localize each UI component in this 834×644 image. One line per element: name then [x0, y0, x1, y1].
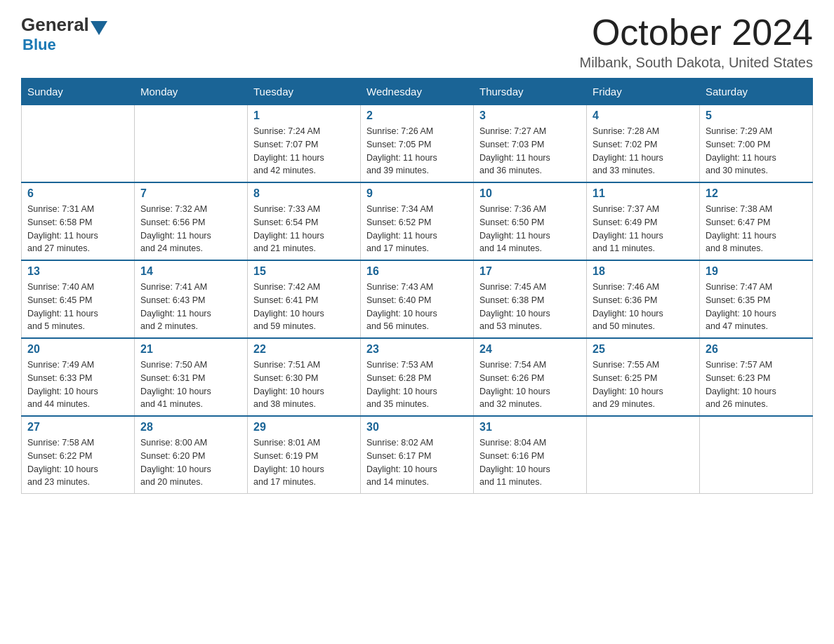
table-row: 5Sunrise: 7:29 AMSunset: 7:00 PMDaylight…	[700, 105, 813, 183]
day-info: Sunrise: 7:27 AMSunset: 7:03 PMDaylight:…	[479, 125, 581, 177]
day-info: Sunrise: 7:49 AMSunset: 6:33 PMDaylight:…	[27, 358, 128, 411]
day-info: Sunrise: 7:58 AMSunset: 6:22 PMDaylight:…	[27, 436, 128, 489]
header-wednesday: Wednesday	[361, 79, 474, 105]
day-info: Sunrise: 8:04 AMSunset: 6:16 PMDaylight:…	[479, 436, 581, 489]
day-number: 5	[706, 109, 807, 122]
day-number: 14	[140, 265, 241, 278]
table-row	[135, 105, 248, 183]
table-row: 11Sunrise: 7:37 AMSunset: 6:49 PMDayligh…	[587, 182, 700, 260]
table-row: 13Sunrise: 7:40 AMSunset: 6:45 PMDayligh…	[22, 260, 135, 338]
day-number: 31	[479, 421, 581, 434]
calendar-week-row: 20Sunrise: 7:49 AMSunset: 6:33 PMDayligh…	[22, 338, 813, 416]
day-info: Sunrise: 7:54 AMSunset: 6:26 PMDaylight:…	[479, 358, 581, 411]
day-number: 4	[593, 109, 694, 122]
day-number: 8	[253, 187, 355, 200]
day-number: 19	[706, 265, 807, 278]
day-info: Sunrise: 7:51 AMSunset: 6:30 PMDaylight:…	[253, 358, 355, 411]
day-info: Sunrise: 7:26 AMSunset: 7:05 PMDaylight:…	[366, 125, 468, 177]
day-number: 28	[140, 421, 241, 434]
table-row	[587, 416, 700, 494]
day-number: 7	[140, 187, 241, 200]
day-number: 13	[27, 265, 128, 278]
table-row: 15Sunrise: 7:42 AMSunset: 6:41 PMDayligh…	[248, 260, 361, 338]
table-row: 21Sunrise: 7:50 AMSunset: 6:31 PMDayligh…	[135, 338, 248, 416]
day-info: Sunrise: 7:45 AMSunset: 6:38 PMDaylight:…	[479, 281, 581, 333]
calendar-week-row: 27Sunrise: 7:58 AMSunset: 6:22 PMDayligh…	[22, 416, 813, 494]
calendar-table: Sunday Monday Tuesday Wednesday Thursday…	[21, 78, 813, 494]
day-info: Sunrise: 7:33 AMSunset: 6:54 PMDaylight:…	[253, 203, 355, 255]
day-info: Sunrise: 7:53 AMSunset: 6:28 PMDaylight:…	[366, 358, 468, 411]
day-info: Sunrise: 7:32 AMSunset: 6:56 PMDaylight:…	[140, 203, 241, 255]
table-row: 26Sunrise: 7:57 AMSunset: 6:23 PMDayligh…	[700, 338, 813, 416]
day-info: Sunrise: 8:00 AMSunset: 6:20 PMDaylight:…	[140, 436, 241, 489]
header-friday: Friday	[587, 79, 700, 105]
day-info: Sunrise: 7:47 AMSunset: 6:35 PMDaylight:…	[706, 281, 807, 333]
day-info: Sunrise: 7:29 AMSunset: 7:00 PMDaylight:…	[706, 125, 807, 177]
day-info: Sunrise: 7:38 AMSunset: 6:47 PMDaylight:…	[706, 203, 807, 255]
day-number: 30	[366, 421, 468, 434]
day-info: Sunrise: 7:41 AMSunset: 6:43 PMDaylight:…	[140, 281, 241, 333]
table-row: 8Sunrise: 7:33 AMSunset: 6:54 PMDaylight…	[248, 182, 361, 260]
day-number: 29	[253, 421, 355, 434]
day-number: 23	[366, 343, 468, 356]
table-row: 28Sunrise: 8:00 AMSunset: 6:20 PMDayligh…	[135, 416, 248, 494]
table-row: 17Sunrise: 7:45 AMSunset: 6:38 PMDayligh…	[474, 260, 587, 338]
table-row: 4Sunrise: 7:28 AMSunset: 7:02 PMDaylight…	[587, 105, 700, 183]
table-row: 2Sunrise: 7:26 AMSunset: 7:05 PMDaylight…	[361, 105, 474, 183]
table-row: 25Sunrise: 7:55 AMSunset: 6:25 PMDayligh…	[587, 338, 700, 416]
logo-blue-text: Blue	[22, 36, 56, 53]
day-info: Sunrise: 8:01 AMSunset: 6:19 PMDaylight:…	[253, 436, 355, 489]
day-info: Sunrise: 7:42 AMSunset: 6:41 PMDaylight:…	[253, 281, 355, 333]
logo-triangle-icon	[91, 21, 107, 35]
day-info: Sunrise: 7:46 AMSunset: 6:36 PMDaylight:…	[593, 281, 694, 333]
table-row: 10Sunrise: 7:36 AMSunset: 6:50 PMDayligh…	[474, 182, 587, 260]
table-row: 3Sunrise: 7:27 AMSunset: 7:03 PMDaylight…	[474, 105, 587, 183]
logo: General Blue	[21, 14, 109, 54]
day-number: 12	[706, 187, 807, 200]
table-row: 18Sunrise: 7:46 AMSunset: 6:36 PMDayligh…	[587, 260, 700, 338]
table-row: 19Sunrise: 7:47 AMSunset: 6:35 PMDayligh…	[700, 260, 813, 338]
calendar-header-row: Sunday Monday Tuesday Wednesday Thursday…	[22, 79, 813, 105]
day-info: Sunrise: 7:36 AMSunset: 6:50 PMDaylight:…	[479, 203, 581, 255]
day-info: Sunrise: 7:28 AMSunset: 7:02 PMDaylight:…	[593, 125, 694, 177]
day-number: 10	[479, 187, 581, 200]
day-number: 15	[253, 265, 355, 278]
day-number: 16	[366, 265, 468, 278]
day-number: 6	[27, 187, 128, 200]
day-number: 3	[479, 109, 581, 122]
table-row: 20Sunrise: 7:49 AMSunset: 6:33 PMDayligh…	[22, 338, 135, 416]
day-number: 20	[27, 343, 128, 356]
day-info: Sunrise: 7:31 AMSunset: 6:58 PMDaylight:…	[27, 203, 128, 255]
day-info: Sunrise: 7:57 AMSunset: 6:23 PMDaylight:…	[706, 358, 807, 411]
table-row: 30Sunrise: 8:02 AMSunset: 6:17 PMDayligh…	[361, 416, 474, 494]
day-number: 18	[593, 265, 694, 278]
table-row: 12Sunrise: 7:38 AMSunset: 6:47 PMDayligh…	[700, 182, 813, 260]
header-tuesday: Tuesday	[248, 79, 361, 105]
day-info: Sunrise: 7:34 AMSunset: 6:52 PMDaylight:…	[366, 203, 468, 255]
table-row: 24Sunrise: 7:54 AMSunset: 6:26 PMDayligh…	[474, 338, 587, 416]
day-number: 22	[253, 343, 355, 356]
month-year-title: October 2024	[580, 14, 813, 51]
day-number: 21	[140, 343, 241, 356]
calendar-week-row: 1Sunrise: 7:24 AMSunset: 7:07 PMDaylight…	[22, 105, 813, 183]
table-row: 1Sunrise: 7:24 AMSunset: 7:07 PMDaylight…	[248, 105, 361, 183]
table-row: 31Sunrise: 8:04 AMSunset: 6:16 PMDayligh…	[474, 416, 587, 494]
day-info: Sunrise: 7:43 AMSunset: 6:40 PMDaylight:…	[366, 281, 468, 333]
day-number: 11	[593, 187, 694, 200]
header-thursday: Thursday	[474, 79, 587, 105]
table-row: 6Sunrise: 7:31 AMSunset: 6:58 PMDaylight…	[22, 182, 135, 260]
day-info: Sunrise: 7:40 AMSunset: 6:45 PMDaylight:…	[27, 281, 128, 333]
table-row: 7Sunrise: 7:32 AMSunset: 6:56 PMDaylight…	[135, 182, 248, 260]
table-row: 29Sunrise: 8:01 AMSunset: 6:19 PMDayligh…	[248, 416, 361, 494]
table-row: 23Sunrise: 7:53 AMSunset: 6:28 PMDayligh…	[361, 338, 474, 416]
day-info: Sunrise: 7:24 AMSunset: 7:07 PMDaylight:…	[253, 125, 355, 177]
table-row: 16Sunrise: 7:43 AMSunset: 6:40 PMDayligh…	[361, 260, 474, 338]
table-row: 27Sunrise: 7:58 AMSunset: 6:22 PMDayligh…	[22, 416, 135, 494]
header-monday: Monday	[135, 79, 248, 105]
day-number: 26	[706, 343, 807, 356]
day-number: 24	[479, 343, 581, 356]
calendar-week-row: 6Sunrise: 7:31 AMSunset: 6:58 PMDaylight…	[22, 182, 813, 260]
location-subtitle: Milbank, South Dakota, United States	[580, 55, 813, 71]
day-info: Sunrise: 7:50 AMSunset: 6:31 PMDaylight:…	[140, 358, 241, 411]
table-row	[700, 416, 813, 494]
